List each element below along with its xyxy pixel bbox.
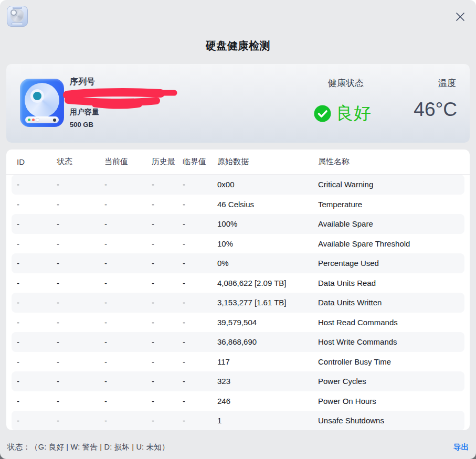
close-button[interactable] (453, 9, 468, 24)
threshold-cell: - (179, 239, 214, 248)
raw-data-cell: 117 (214, 357, 315, 366)
temperature-value: 46°C (414, 99, 457, 121)
worst-cell: - (149, 279, 179, 287)
drive-icon-led-bar (25, 116, 59, 123)
table-row: -----39,579,504Host Read Commands (6, 313, 470, 333)
worst-cell: - (149, 298, 179, 307)
status-cell: - (54, 357, 101, 366)
raw-data-cell: 100% (214, 219, 315, 228)
worst-cell: - (149, 239, 179, 248)
threshold-cell: - (179, 397, 214, 405)
table-row: -----117Controller Busy Time (6, 352, 470, 372)
status-cell: - (54, 397, 101, 405)
window: 硬盘健康检测 序列号 用户容量 500 GB 健康状态 良好 温度 (0, 0, 476, 459)
attr-name-cell: Power Cycles (315, 377, 464, 386)
current-value-cell: - (101, 377, 149, 386)
current-value-cell: - (101, 337, 149, 346)
status-legend: 状态：（G: 良好 | W: 警告 | D: 损坏 | U: 未知） (7, 442, 170, 452)
serial-number-redaction-scribble (62, 86, 179, 110)
current-value-cell: - (101, 318, 149, 327)
current-value-cell: - (101, 357, 149, 366)
app-disk-icon (7, 6, 28, 27)
attr-name-cell: Host Write Commands (315, 337, 464, 346)
column-header-current: 当前值 (101, 157, 149, 167)
attr-name-cell: Power On Hours (315, 397, 470, 405)
export-button[interactable]: 导出 (453, 442, 469, 452)
health-value: 良好 (336, 102, 372, 125)
current-value-cell: - (101, 239, 149, 248)
status-cell: - (54, 298, 101, 307)
raw-data-cell: 3,153,277 [1.61 TB] (214, 298, 315, 307)
capacity-value: 500 GB (70, 121, 93, 129)
status-cell: - (54, 377, 101, 386)
threshold-cell: - (179, 337, 214, 346)
threshold-cell: - (179, 357, 214, 366)
threshold-cell: - (179, 259, 214, 268)
id-cell: - (6, 279, 54, 287)
column-header-id: ID (6, 157, 54, 166)
column-header-threshold: 临界值 (179, 157, 214, 167)
temperature-label: 温度 (438, 77, 456, 89)
id-cell: - (6, 397, 54, 405)
current-value-cell: - (101, 219, 149, 228)
worst-cell: - (149, 337, 179, 346)
current-value-cell: - (101, 259, 149, 268)
raw-data-cell: 10% (214, 239, 315, 248)
worst-cell: - (149, 377, 179, 386)
check-circle-icon (314, 105, 331, 122)
raw-data-cell: 39,579,504 (214, 318, 315, 327)
threshold-cell: - (179, 416, 214, 425)
worst-cell: - (149, 397, 179, 405)
id-cell: - (12, 337, 54, 346)
table-body: -----0x00Critical Warning-----46 Celsius… (6, 175, 470, 430)
table-row: -----0x00Critical Warning (12, 175, 464, 195)
raw-data-cell: 0x00 (214, 180, 315, 189)
table-row: -----36,868,690Host Write Commands (12, 332, 464, 352)
status-cell: - (54, 259, 101, 268)
worst-cell: - (149, 219, 179, 228)
column-header-attr-name: 属性名称 (315, 157, 470, 167)
attr-name-cell: Data Units Read (315, 279, 470, 287)
id-cell: - (12, 219, 54, 228)
table-row: -----46 CelsiusTemperature (6, 195, 470, 215)
attr-name-cell: Available Spare (315, 219, 464, 228)
current-value-cell: - (101, 397, 149, 405)
current-value-cell: - (101, 279, 149, 287)
column-header-worst: 历史最 (149, 157, 179, 167)
current-value-cell: - (101, 180, 149, 189)
threshold-cell: - (179, 200, 214, 209)
id-cell: - (12, 377, 54, 386)
smart-table: ID 状态 当前值 历史最 临界值 原始数据 属性名称 -----0x00Cri… (6, 150, 470, 430)
worst-cell: - (149, 180, 179, 189)
current-value-cell: - (101, 200, 149, 209)
table-row: -----0%Percentage Used (12, 253, 464, 273)
status-cell: - (54, 200, 101, 209)
raw-data-cell: 4,086,622 [2.09 TB] (214, 279, 315, 287)
threshold-cell: - (179, 298, 214, 307)
status-bar: 状态：（G: 良好 | W: 警告 | D: 损坏 | U: 未知） 导出 (0, 435, 476, 459)
app-icon-detail (12, 23, 23, 25)
threshold-cell: - (179, 219, 214, 228)
attr-name-cell: Critical Warning (315, 180, 464, 189)
page-title: 硬盘健康检测 (0, 39, 476, 53)
raw-data-cell: 323 (214, 377, 315, 386)
threshold-cell: - (179, 180, 214, 189)
id-cell: - (12, 416, 54, 425)
table-row: -----3,153,277 [1.61 TB]Data Units Writt… (12, 293, 464, 313)
attr-name-cell: Temperature (315, 200, 470, 209)
attr-name-cell: Host Read Commands (315, 318, 470, 327)
column-header-raw-data: 原始数据 (214, 157, 315, 167)
worst-cell: - (149, 318, 179, 327)
hard-drive-icon (20, 79, 64, 127)
attr-name-cell: Unsafe Shutdowns (315, 416, 464, 425)
status-cell: - (54, 239, 101, 248)
status-cell: - (54, 318, 101, 327)
column-header-status: 状态 (54, 157, 101, 167)
threshold-cell: - (179, 377, 214, 386)
table-row: -----246Power On Hours (6, 391, 470, 411)
worst-cell: - (149, 357, 179, 366)
table-header-row: ID 状态 当前值 历史最 临界值 原始数据 属性名称 (6, 150, 470, 175)
raw-data-cell: 0% (214, 259, 315, 268)
worst-cell: - (149, 416, 179, 425)
raw-data-cell: 246 (214, 397, 315, 405)
